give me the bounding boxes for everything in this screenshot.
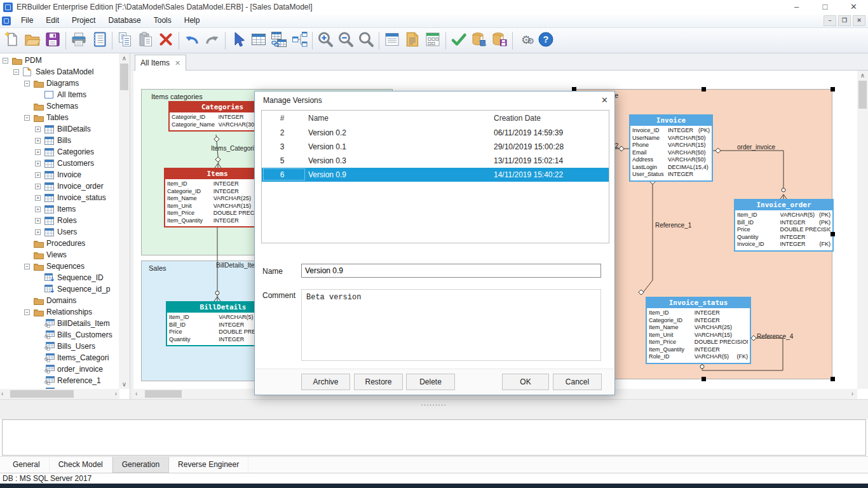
tree-item-procedures[interactable]: Procedures xyxy=(0,238,119,249)
expand-icon[interactable]: + xyxy=(35,149,41,155)
toolbar-settings-button[interactable]: ⚙⚙ xyxy=(515,30,536,51)
menu-project[interactable]: Project xyxy=(65,16,102,25)
tree-item-billdetails[interactable]: +BillDetails xyxy=(0,123,119,135)
scroll-up-icon[interactable]: ∧ xyxy=(119,55,130,62)
expand-icon[interactable]: + xyxy=(35,126,41,132)
tree-item-bills-customers[interactable]: Bills_Customers xyxy=(0,329,119,341)
cancel-button[interactable]: Cancel xyxy=(553,374,602,390)
toolbar-new-button[interactable] xyxy=(2,30,22,51)
tree-item-sequences[interactable]: −Sequences xyxy=(0,261,119,272)
scroll-left-icon[interactable]: ‹ xyxy=(1,390,3,397)
scrollbar-thumb[interactable] xyxy=(120,64,128,90)
expand-icon[interactable]: + xyxy=(35,195,41,201)
expand-icon[interactable]: + xyxy=(35,229,41,235)
toolbar-table-relations-button[interactable] xyxy=(269,30,289,51)
toolbar-redo-button[interactable] xyxy=(202,30,222,51)
toolbar-print-button[interactable] xyxy=(69,30,89,51)
collapse-icon[interactable]: − xyxy=(24,264,30,269)
toolbar-zoom-button[interactable] xyxy=(356,30,376,51)
toolbar-database-generate-button[interactable] xyxy=(469,30,489,51)
bottom-tab-check-model[interactable]: Check Model xyxy=(50,457,112,473)
tree-item-items[interactable]: +Items xyxy=(0,203,119,215)
expand-icon[interactable]: + xyxy=(35,218,41,224)
tree-item-sales-datamodel[interactable]: −Sales DataModel xyxy=(0,66,119,78)
tree-item-bills[interactable]: +Bills xyxy=(0,135,119,146)
sidebar-vertical-scrollbar[interactable]: ∧ ∨ xyxy=(119,53,130,389)
tree-item-tables[interactable]: −Tables xyxy=(0,112,119,123)
tree-item-all-items[interactable]: All Items xyxy=(0,89,119,100)
menu-help[interactable]: Help xyxy=(178,16,207,25)
tab-close-icon[interactable]: ✕ xyxy=(175,59,180,67)
tree-item-customers[interactable]: +Customers xyxy=(0,158,119,169)
tree-item-invoice-status[interactable]: +Invoice_status xyxy=(0,192,119,203)
version-row-version-0-3[interactable]: 5Version 0.313/11/2019 15:02:14 xyxy=(262,154,609,168)
tree-item-invoice[interactable]: +Invoice xyxy=(0,169,119,180)
toolbar-delete-button[interactable] xyxy=(156,30,176,51)
toolbar-copy-button[interactable] xyxy=(115,30,135,51)
expand-icon[interactable]: + xyxy=(35,172,41,178)
toolbar-pointer-button[interactable] xyxy=(228,30,248,51)
splitter-grip[interactable]: ......... xyxy=(0,400,868,407)
selection-handle[interactable] xyxy=(831,377,835,381)
bottom-tab-reverse-engineer[interactable]: Reverse Engineer xyxy=(169,457,248,473)
toolbar-database-save-button[interactable] xyxy=(489,30,510,51)
menu-edit[interactable]: Edit xyxy=(39,16,65,25)
toolbar-paste-button[interactable] xyxy=(135,30,156,51)
collapse-icon[interactable]: − xyxy=(13,69,19,75)
tree-item-domains[interactable]: Domains xyxy=(0,295,119,306)
ok-button[interactable]: OK xyxy=(502,374,549,390)
versions-list[interactable]: # Name Creation Date 2Version 0.206/11/2… xyxy=(261,110,609,243)
toolbar-save-button[interactable] xyxy=(43,30,63,51)
version-row-version-0-9[interactable]: 6Version 0.914/11/2019 15:40:22 xyxy=(262,168,609,182)
entity-invoice_order[interactable]: Invoice_orderItem_IDVARCHAR(5)(PK)Bill_I… xyxy=(734,199,834,252)
tree-item-reference-1[interactable]: Reference_1 xyxy=(0,375,119,386)
collapse-icon[interactable]: − xyxy=(24,309,30,315)
toolbar-auto-layout-button[interactable] xyxy=(289,30,309,51)
restore-icon[interactable]: □ xyxy=(811,0,839,14)
toolbar-print-preview-button[interactable] xyxy=(382,30,402,51)
toolbar-report-button[interactable] xyxy=(89,30,109,51)
tree-item-relationships[interactable]: −Relationships xyxy=(0,306,119,318)
menu-file[interactable]: File xyxy=(15,16,39,25)
collapse-icon[interactable]: − xyxy=(24,115,30,121)
tree-item-roles[interactable]: +Roles xyxy=(0,215,119,226)
mdi-minimize-icon[interactable]: – xyxy=(824,15,836,26)
tree-item-categories[interactable]: +Categories xyxy=(0,146,119,158)
bottom-tab-generation[interactable]: Generation xyxy=(112,457,169,473)
selection-handle[interactable] xyxy=(831,87,835,92)
tree-item-pdm[interactable]: −PDM xyxy=(0,55,119,66)
archive-button[interactable]: Archive xyxy=(301,374,350,390)
toolbar-table-button[interactable] xyxy=(248,30,269,51)
toolbar-script-button[interactable] xyxy=(402,30,423,51)
selection-handle[interactable] xyxy=(702,377,706,381)
minimize-icon[interactable]: – xyxy=(782,0,811,14)
tree-item-bills-users[interactable]: Bills_Users xyxy=(0,341,119,352)
expand-icon[interactable]: + xyxy=(35,207,41,212)
mdi-restore-icon[interactable]: ❐ xyxy=(838,15,851,26)
sidebar-horizontal-scrollbar[interactable]: ‹ › xyxy=(0,389,119,399)
toolbar-open-button[interactable] xyxy=(22,30,43,51)
collapse-icon[interactable]: − xyxy=(24,81,30,86)
toolbar-zoom-in-button[interactable] xyxy=(315,30,336,51)
menu-tools[interactable]: Tools xyxy=(147,16,178,25)
selection-handle[interactable] xyxy=(831,232,835,236)
version-name-input[interactable] xyxy=(301,264,601,278)
tree-item-views[interactable]: Views xyxy=(0,249,119,261)
tree-item-invoice-order[interactable]: +Invoice_order xyxy=(0,180,119,192)
dialog-close-icon[interactable]: ✕ xyxy=(601,95,608,105)
mdi-close-icon[interactable]: ✕ xyxy=(853,15,865,26)
toolbar-help-button[interactable]: ? xyxy=(536,30,556,51)
entity-invoice_status[interactable]: Invoice_statusItem_IDINTEGERCategorie_ID… xyxy=(646,297,751,364)
toolbar-undo-button[interactable] xyxy=(182,30,202,51)
version-row-version-0-2[interactable]: 2Version 0.206/11/2019 14:59:39 xyxy=(262,126,609,140)
collapse-icon[interactable]: − xyxy=(3,58,8,64)
toolbar-forms-button[interactable] xyxy=(423,30,443,51)
tree-item-billdetails-item[interactable]: BillDetails_Item xyxy=(0,318,119,329)
entity-invoice[interactable]: InvoiceInvoice_IDINTEGER(PK)UserNameVARC… xyxy=(629,114,713,182)
expand-icon[interactable]: + xyxy=(35,184,41,189)
toolbar-verify-button[interactable] xyxy=(449,30,469,51)
tree-item-users[interactable]: +Users xyxy=(0,226,119,238)
tree-item-order-invoice[interactable]: order_invoice xyxy=(0,363,119,375)
delete-button[interactable]: Delete xyxy=(406,374,455,390)
expand-icon[interactable]: + xyxy=(35,161,41,166)
